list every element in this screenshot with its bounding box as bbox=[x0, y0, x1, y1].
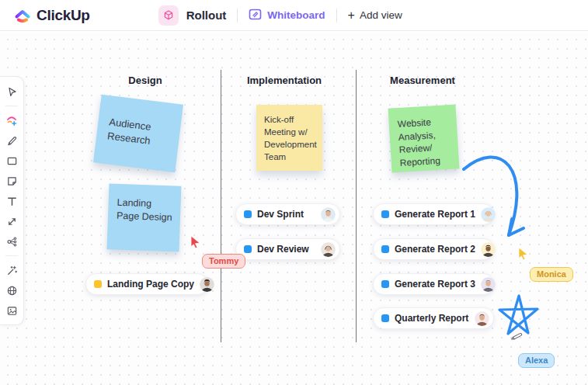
column-title-design[interactable]: Design bbox=[115, 75, 176, 86]
task-card-dev-sprint[interactable]: Dev Sprint bbox=[235, 203, 340, 225]
status-bullet bbox=[381, 210, 389, 218]
sticky-note-website-analysis[interactable]: Website Analysis, Review/ Reporting bbox=[388, 104, 460, 172]
cursor-label-alexa: Alexa bbox=[518, 353, 555, 368]
shape-tool-icon[interactable] bbox=[5, 154, 18, 167]
drawing-toolbar bbox=[0, 76, 24, 325]
pencil-cursor-icon bbox=[509, 328, 525, 345]
image-tool-icon[interactable] bbox=[5, 304, 18, 317]
select-tool-icon[interactable] bbox=[5, 85, 18, 98]
task-title: Quarterly Report bbox=[395, 313, 469, 324]
avatar bbox=[481, 277, 496, 292]
status-bullet bbox=[244, 245, 252, 253]
text-tool-icon[interactable] bbox=[5, 195, 18, 207]
whiteboard-canvas[interactable]: Design Implementation Measurement Audien… bbox=[0, 32, 588, 385]
avatar bbox=[321, 242, 336, 257]
cursor-label-monica: Monica bbox=[530, 267, 573, 282]
toolbar-divider bbox=[5, 106, 18, 106]
whiteboard-icon bbox=[249, 8, 262, 23]
clickup-logo-icon bbox=[14, 5, 31, 26]
column-title-measurement[interactable]: Measurement bbox=[382, 75, 463, 86]
web-tool-icon[interactable] bbox=[5, 284, 18, 297]
cursor-monica bbox=[517, 247, 530, 261]
column-divider-line[interactable] bbox=[221, 70, 221, 342]
separator bbox=[237, 9, 238, 23]
task-title: Dev Sprint bbox=[257, 209, 315, 220]
mind-map-tool-icon[interactable] bbox=[5, 235, 18, 248]
doc-title: Rollout bbox=[186, 9, 227, 22]
task-card-generate-report-3[interactable]: Generate Report 3 bbox=[373, 273, 494, 295]
sticky-note-kickoff-meeting[interactable]: Kick-off Meeting w/ Development Team bbox=[256, 105, 322, 171]
avatar bbox=[321, 207, 336, 222]
separator bbox=[336, 9, 337, 23]
task-title: Generate Report 3 bbox=[395, 279, 475, 290]
toolbar-divider bbox=[5, 255, 18, 256]
cursor-label-tommy: Tommy bbox=[202, 254, 245, 269]
clickup-ai-icon[interactable] bbox=[5, 114, 18, 127]
tab-whiteboard-label: Whiteboard bbox=[267, 9, 325, 21]
cursor-tommy bbox=[190, 235, 202, 249]
clickup-logo[interactable]: ClickUp bbox=[14, 5, 90, 26]
tab-whiteboard[interactable]: Whiteboard bbox=[249, 8, 325, 23]
connector-tool-icon[interactable] bbox=[5, 215, 18, 227]
breadcrumb-doc[interactable]: Rollout bbox=[158, 5, 227, 26]
add-view-label: Add view bbox=[360, 9, 402, 21]
status-bullet bbox=[381, 245, 389, 253]
status-bullet bbox=[94, 280, 102, 288]
top-bar: ClickUp Rollout Whiteboard + Add view bbox=[0, 0, 588, 31]
task-title: Dev Review bbox=[257, 244, 315, 255]
clickup-logo-text: ClickUp bbox=[37, 7, 90, 24]
status-bullet bbox=[244, 210, 252, 218]
column-divider-line[interactable] bbox=[356, 70, 357, 342]
task-title: Landing Page Copy bbox=[107, 279, 194, 290]
sticky-note-tool-icon[interactable] bbox=[5, 175, 18, 187]
plus-icon: + bbox=[348, 9, 355, 22]
add-view-button[interactable]: + Add view bbox=[348, 9, 402, 22]
avatar bbox=[200, 277, 214, 292]
task-card-landing-page-copy[interactable]: Landing Page Copy bbox=[85, 273, 208, 295]
magic-wand-tool-icon[interactable] bbox=[5, 264, 18, 276]
task-card-dev-review[interactable]: Dev Review bbox=[235, 238, 340, 260]
status-bullet bbox=[381, 280, 389, 288]
drawn-curved-arrow[interactable] bbox=[454, 134, 540, 251]
sticky-note-landing-page-design[interactable]: Landing Page Design bbox=[107, 183, 182, 251]
task-card-quarterly-report[interactable]: Quarterly Report bbox=[373, 307, 494, 329]
column-title-implementation[interactable]: Implementation bbox=[242, 75, 326, 86]
avatar bbox=[475, 311, 489, 326]
sticky-note-audience-research[interactable]: Audience Research bbox=[93, 95, 183, 172]
cube-icon bbox=[158, 5, 179, 26]
status-bullet bbox=[381, 314, 389, 322]
pen-tool-icon[interactable] bbox=[5, 134, 18, 147]
